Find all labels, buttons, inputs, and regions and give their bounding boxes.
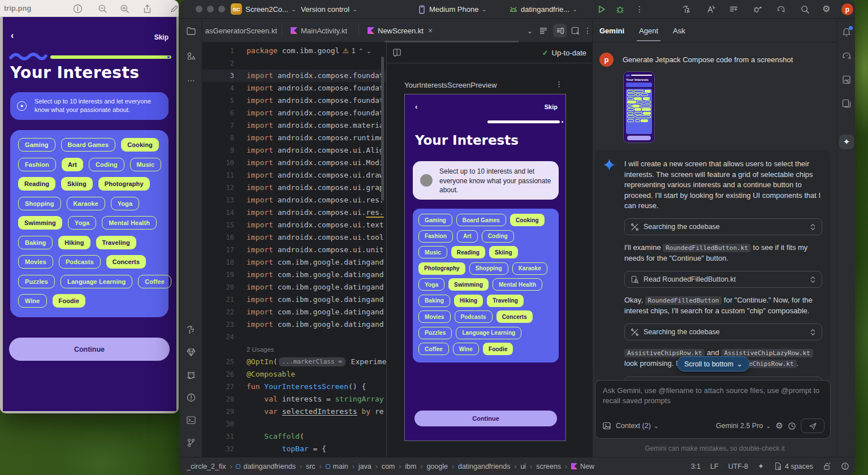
code-line[interactable]: 16import androidx.compose.ui.tool bbox=[202, 231, 386, 244]
line-number[interactable]: 20 bbox=[202, 281, 247, 293]
line-number[interactable]: 1 bbox=[202, 45, 247, 57]
breadcrumb-item[interactable]: main bbox=[326, 463, 348, 470]
tab-mainactivity[interactable]: MainActivity.kt bbox=[291, 19, 347, 42]
tab-newscreen[interactable]: NewScreen.kt × bbox=[368, 19, 433, 42]
zoom-out-icon[interactable] bbox=[98, 4, 107, 14]
next-problem-icon[interactable]: ⌄ bbox=[366, 48, 372, 55]
line-number[interactable]: 31 bbox=[202, 430, 247, 443]
hidden-tabs-chevron-icon[interactable]: ⌄ bbox=[525, 25, 535, 36]
breadcrumb-item[interactable]: New bbox=[571, 463, 594, 470]
line-number[interactable]: 11 bbox=[202, 169, 247, 182]
code-line[interactable]: 14import androidx.compose.ui.res. bbox=[202, 206, 386, 219]
attach-debugger-icon[interactable] bbox=[753, 5, 762, 14]
close-window-button[interactable] bbox=[196, 6, 202, 12]
code-line[interactable]: 21import com.ibm.google.datingand bbox=[202, 293, 386, 306]
device-manager-icon[interactable] bbox=[841, 98, 852, 109]
breadcrumb-item[interactable]: screens bbox=[536, 463, 561, 470]
line-number[interactable]: 7 bbox=[202, 119, 247, 132]
line-number[interactable]: 22 bbox=[202, 306, 247, 318]
code-line[interactable]: 2 bbox=[202, 57, 386, 70]
terminal-icon[interactable] bbox=[186, 415, 196, 425]
notifications-bell-icon[interactable] bbox=[841, 27, 852, 37]
code-line[interactable]: 27fun YourInterestsScreen() { bbox=[202, 381, 386, 393]
info-icon[interactable] bbox=[73, 4, 83, 14]
code-line[interactable]: 12import androidx.compose.ui.grap bbox=[202, 182, 386, 194]
code-line[interactable]: 32 topBar = { bbox=[202, 443, 386, 455]
more-tool-windows-icon[interactable]: ⋯ bbox=[186, 76, 196, 86]
code-line[interactable]: 8import androidx.compose.runtime bbox=[202, 132, 386, 144]
running-devices-icon[interactable] bbox=[841, 75, 852, 85]
code-line[interactable]: 24 bbox=[202, 331, 386, 343]
resource-manager-icon[interactable] bbox=[186, 51, 196, 61]
code-line[interactable]: 29 var selectedInterests by re bbox=[202, 405, 386, 418]
line-number[interactable]: 23 bbox=[202, 318, 247, 331]
code-line[interactable]: 25@OptIn(...markerClass = Experiment bbox=[202, 356, 386, 368]
prev-problem-icon[interactable]: ⌃ bbox=[358, 48, 363, 55]
line-number[interactable]: 10 bbox=[202, 157, 247, 169]
project-folder-icon[interactable] bbox=[186, 26, 196, 36]
code-editor[interactable]: 1package com.ibm.googl23import androidx.… bbox=[202, 45, 386, 457]
line-number[interactable]: 9 bbox=[202, 144, 247, 157]
context-dropdown[interactable]: Context (2) ⌄ bbox=[616, 422, 659, 430]
tab-options-icon[interactable]: ⋮ bbox=[582, 25, 593, 36]
line-number[interactable]: 27 bbox=[202, 381, 247, 393]
code-line[interactable]: 15import androidx.compose.ui.text bbox=[202, 219, 386, 231]
breadcrumb-item[interactable]: src bbox=[306, 463, 316, 470]
gradle-icon[interactable] bbox=[841, 51, 852, 61]
line-number[interactable]: 6 bbox=[202, 107, 247, 119]
zoom-in-icon[interactable] bbox=[120, 4, 129, 14]
line-number[interactable]: 21 bbox=[202, 293, 247, 306]
split-editor-preview-icon[interactable] bbox=[553, 24, 567, 37]
breadcrumb-item[interactable]: com bbox=[382, 463, 395, 470]
search-everywhere-icon[interactable] bbox=[800, 5, 810, 14]
code-line[interactable]: 19import com.ibm.google.datingand bbox=[202, 269, 386, 281]
code-line[interactable]: 20import com.ibm.google.datingand bbox=[202, 281, 386, 293]
usages-hint[interactable]: 2 Usages bbox=[202, 343, 386, 356]
code-line[interactable]: 7import androidx.compose.materia bbox=[202, 119, 386, 132]
code-line[interactable]: 4import androidx.compose.foundat bbox=[202, 82, 386, 94]
problems-icon[interactable] bbox=[186, 392, 196, 403]
line-number[interactable]: 13 bbox=[202, 194, 247, 206]
tab-dateideasgeneratorscreen[interactable]: ateIdeasGeneratorScreen.kt bbox=[205, 19, 277, 42]
tab-agent[interactable]: Agent bbox=[639, 27, 658, 35]
code-line[interactable]: 6import androidx.compose.foundat bbox=[202, 107, 386, 119]
tool-call-row[interactable]: Searching the codebase bbox=[624, 218, 822, 235]
code-line[interactable]: 13import androidx.compose.ui.res. bbox=[202, 194, 386, 206]
breadcrumb-item[interactable]: _circle_2_fix bbox=[187, 463, 226, 470]
run-configuration-selector[interactable]: datingandfrie...⌄ bbox=[509, 0, 577, 19]
code-line[interactable]: 26@Composable bbox=[202, 368, 386, 381]
line-number[interactable]: 14 bbox=[202, 206, 247, 219]
line-number[interactable]: 5 bbox=[202, 94, 247, 107]
gemini-input-box[interactable]: Context (2) ⌄ Gemini 2.5 Pro ⌄ ⚙ bbox=[595, 380, 831, 439]
line-number[interactable]: 32 bbox=[202, 443, 247, 455]
indent-widget[interactable]: 4 spaces bbox=[774, 462, 813, 470]
file-encoding[interactable]: UTF-8 bbox=[728, 463, 748, 470]
line-number[interactable]: 24 bbox=[202, 331, 247, 343]
line-number[interactable]: 28 bbox=[202, 393, 247, 405]
share-icon[interactable] bbox=[142, 4, 152, 14]
model-selector[interactable]: Gemini 2.5 Pro ⌄ bbox=[716, 422, 771, 430]
profile-avatar[interactable]: p bbox=[841, 3, 853, 15]
line-number[interactable]: 18 bbox=[202, 256, 247, 269]
tool-call-row[interactable]: Read RoundedFilledButton.kt bbox=[624, 271, 822, 288]
editor-scrollbar[interactable] bbox=[381, 57, 384, 201]
line-number[interactable]: 26 bbox=[202, 368, 247, 381]
line-number[interactable]: 30 bbox=[202, 418, 247, 430]
preview-layout-icon[interactable] bbox=[392, 48, 401, 57]
code-line[interactable]: 10import androidx.compose.ui.Modi bbox=[202, 157, 386, 169]
unlock-icon[interactable] bbox=[823, 462, 831, 470]
ai-status-icon[interactable]: ✦ bbox=[758, 462, 764, 470]
debug-button[interactable] bbox=[615, 5, 625, 14]
code-line[interactable]: 9import androidx.compose.ui.Alig bbox=[202, 144, 386, 157]
gemini-settings-icon[interactable]: ⚙ bbox=[776, 421, 783, 431]
minimize-window-button[interactable] bbox=[207, 6, 214, 12]
line-number[interactable]: 19 bbox=[202, 269, 247, 281]
tool-call-row[interactable]: Searching the codebase bbox=[624, 323, 822, 340]
line-number[interactable]: 3 bbox=[202, 70, 247, 82]
code-line[interactable]: 30 bbox=[202, 418, 386, 430]
code-line[interactable]: 3import androidx.compose.foundat bbox=[202, 70, 386, 82]
tab-ask[interactable]: Ask bbox=[673, 27, 685, 35]
app-insights-gem-icon[interactable] bbox=[186, 347, 196, 357]
code-line[interactable]: 11import androidx.compose.ui.draw bbox=[202, 169, 386, 182]
attach-image-icon[interactable] bbox=[602, 421, 611, 430]
